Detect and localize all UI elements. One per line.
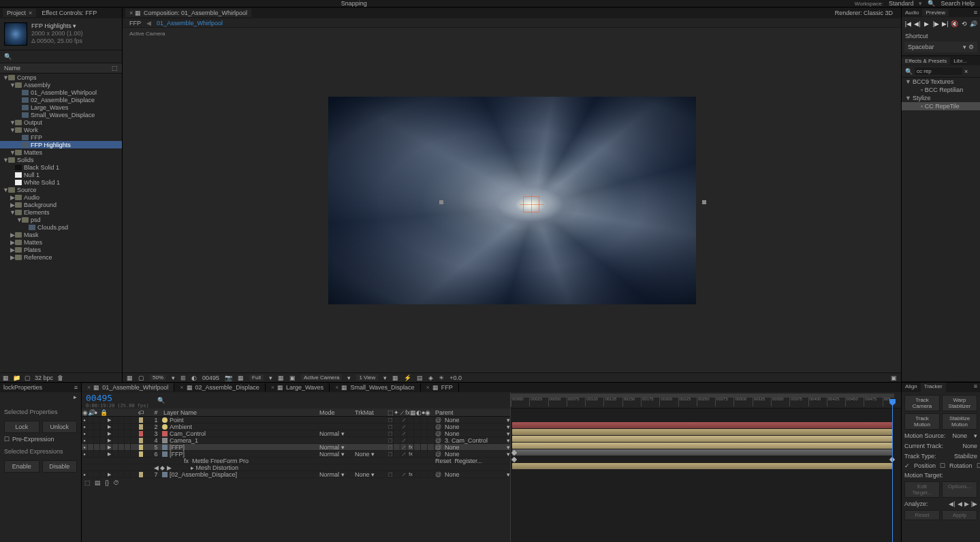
tree-item[interactable]: White Solid 1 bbox=[0, 178, 122, 186]
tree-item[interactable]: ▶Background bbox=[0, 201, 122, 208]
tree-item[interactable]: ▶Audio bbox=[0, 193, 122, 201]
project-tree[interactable]: ▼Comps▼Assembly01_Assemble_Whirlpool02_A… bbox=[0, 74, 122, 372]
prev-frame-button[interactable]: ◀| bbox=[914, 20, 921, 28]
blend-mode-dropdown[interactable]: Normal bbox=[319, 471, 339, 478]
parent-dropdown[interactable]: None bbox=[445, 451, 460, 458]
trkmat-dropdown[interactable]: None bbox=[355, 471, 370, 478]
tree-item[interactable]: ▶Plates bbox=[0, 246, 122, 253]
edit-target-button[interactable]: Edit Target... bbox=[904, 481, 940, 498]
warp-stabilizer-button[interactable]: Warp Stabilizer bbox=[942, 395, 977, 411]
audio-toggle[interactable] bbox=[88, 417, 94, 423]
parent-dropdown[interactable]: None bbox=[445, 424, 460, 430]
mute-button[interactable]: 🔇 bbox=[951, 20, 958, 28]
solo-toggle[interactable] bbox=[94, 471, 100, 477]
pre-expr-checkbox[interactable]: ☐ bbox=[4, 436, 10, 443]
tree-item[interactable]: Small_Waves_Displace bbox=[0, 111, 122, 118]
timeline-tab[interactable]: ×▦FFP bbox=[421, 383, 459, 392]
enable-button[interactable]: Enable bbox=[4, 460, 39, 473]
layer-row[interactable]: ▶5[FFP]Normal ▾⬚⟋fx@None▾ bbox=[82, 444, 510, 451]
lock-toggle[interactable] bbox=[100, 471, 106, 477]
timeline-tracks[interactable]: 0000000025000500007500100001250015000175… bbox=[511, 392, 901, 542]
lock-toggle[interactable] bbox=[100, 417, 106, 423]
visibility-toggle[interactable] bbox=[82, 437, 88, 443]
pickwhip-icon[interactable]: @ bbox=[435, 451, 442, 458]
lock-toggle[interactable] bbox=[100, 437, 106, 443]
layer-row[interactable]: ▶3Cam_ControlNormal ▾⬚⟋@None▾ bbox=[82, 430, 510, 437]
analyze-back-button[interactable]: ◀ bbox=[958, 500, 962, 507]
panel-menu-icon[interactable]: ≡ bbox=[971, 383, 980, 392]
effects-presets-tab[interactable]: Effects & Presets bbox=[902, 57, 950, 65]
tree-item[interactable]: ▼Mattes bbox=[0, 148, 122, 156]
preview-tab[interactable]: Preview bbox=[922, 9, 948, 16]
tree-item[interactable]: ▼Comps bbox=[0, 74, 122, 81]
anchor-point-marker[interactable] bbox=[523, 196, 539, 212]
timeline-tab[interactable]: ×▦Large_Waves bbox=[266, 383, 330, 392]
active-camera-dropdown[interactable]: Active Camera bbox=[301, 374, 342, 381]
roi-icon[interactable]: ▢ bbox=[138, 374, 144, 381]
folder-icon[interactable]: 📁 bbox=[13, 374, 20, 381]
tree-item[interactable]: ▶Mask bbox=[0, 231, 122, 238]
parent-dropdown[interactable]: 3. Cam_Control bbox=[445, 437, 488, 444]
pickwhip-icon[interactable]: @ bbox=[435, 471, 442, 478]
audio-toggle[interactable] bbox=[88, 471, 94, 477]
panel-menu-icon[interactable]: ≡ bbox=[974, 9, 980, 16]
layer-row[interactable]: ▶1Point⬚⟋@None▾ bbox=[82, 417, 510, 424]
solo-toggle[interactable] bbox=[94, 451, 100, 457]
transfer-modes-icon[interactable]: ▤ bbox=[95, 479, 101, 486]
solo-toggle[interactable] bbox=[94, 437, 100, 443]
breadcrumb-leaf[interactable]: 01_Assemble_Whirlpool bbox=[157, 20, 223, 27]
blend-mode-dropdown[interactable]: Normal bbox=[319, 430, 339, 437]
comp-viewer[interactable]: Active Camera bbox=[123, 28, 901, 372]
expand-toggle[interactable]: ▶ bbox=[106, 437, 112, 443]
audio-toggle[interactable] bbox=[88, 430, 94, 436]
layer-bar[interactable] bbox=[512, 429, 893, 435]
align-tab[interactable]: Align bbox=[902, 383, 921, 392]
analyze-fwd-button[interactable]: ▶ bbox=[964, 500, 969, 507]
audio-toggle[interactable] bbox=[88, 451, 94, 457]
tree-item[interactable]: ▼Solids bbox=[0, 156, 122, 163]
first-frame-button[interactable]: |◀ bbox=[904, 20, 912, 28]
mask-icon[interactable]: ◐ bbox=[191, 374, 197, 381]
search-help[interactable]: Search Help bbox=[941, 0, 975, 7]
layer-bar[interactable] bbox=[512, 463, 893, 469]
channel-icon[interactable]: ▦ bbox=[238, 374, 244, 381]
apply-button[interactable]: Apply bbox=[942, 510, 977, 520]
effect-item[interactable]: ▫ CC RepeTile bbox=[902, 102, 980, 110]
solo-toggle[interactable] bbox=[94, 424, 100, 430]
track-motion-button[interactable]: Track Motion bbox=[904, 413, 940, 430]
expand-toggle[interactable]: ▶ bbox=[106, 430, 112, 436]
visibility-toggle[interactable] bbox=[82, 430, 88, 436]
reset-button[interactable]: Reset bbox=[904, 510, 940, 520]
disable-button[interactable]: Disable bbox=[42, 460, 78, 473]
expand-toggle[interactable]: ▶ bbox=[106, 451, 112, 457]
search-icon[interactable]: 🔍⁠ bbox=[157, 397, 165, 404]
in-out-icon[interactable]: {} bbox=[105, 479, 109, 486]
resolution-dropdown[interactable]: Full bbox=[249, 374, 264, 381]
transparency-icon[interactable]: ▦ bbox=[278, 374, 284, 381]
right-handle[interactable] bbox=[702, 200, 706, 204]
stabilize-motion-button[interactable]: Stabilize Motion bbox=[942, 413, 977, 430]
grid-icon[interactable]: ⊞ bbox=[180, 374, 186, 381]
clear-search-icon[interactable]: × bbox=[964, 68, 968, 75]
visibility-toggle[interactable] bbox=[82, 417, 88, 423]
timeline-icon[interactable]: ▤ bbox=[417, 374, 423, 381]
solo-toggle[interactable] bbox=[94, 430, 100, 436]
search-icon[interactable]: 🔍⁠ bbox=[4, 53, 12, 60]
close-icon[interactable]: × bbox=[29, 10, 32, 16]
workspace-dropdown[interactable]: Standard bbox=[889, 0, 914, 7]
expand-toggle[interactable]: ▶ bbox=[106, 424, 112, 430]
current-time[interactable]: 00495 bbox=[202, 374, 219, 381]
views-dropdown[interactable]: 1 View bbox=[356, 374, 378, 381]
lock-toggle[interactable] bbox=[100, 424, 106, 430]
3d-icon[interactable]: ▣ bbox=[289, 374, 296, 381]
tree-item[interactable]: 01_Assemble_Whirlpool bbox=[0, 89, 122, 96]
pickwhip-icon[interactable]: @ bbox=[435, 430, 442, 437]
audio-toggle[interactable] bbox=[88, 437, 94, 443]
tree-item[interactable]: ▶Mattes bbox=[0, 238, 122, 246]
tree-item[interactable]: Clouds.psd bbox=[0, 223, 122, 231]
comp-icon[interactable]: ▢ bbox=[25, 374, 31, 381]
shortcut-dropdown[interactable]: Spacebar bbox=[908, 44, 934, 50]
flowchart-icon[interactable]: ◈ bbox=[428, 374, 433, 381]
next-frame-button[interactable]: |▶ bbox=[932, 20, 940, 28]
breadcrumb-root[interactable]: FFP bbox=[129, 20, 141, 27]
